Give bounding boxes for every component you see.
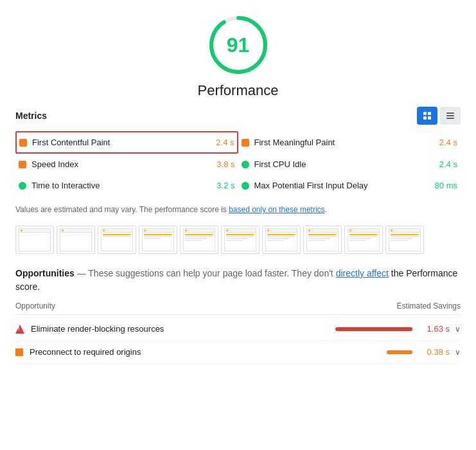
metrics-header: Metrics bbox=[15, 107, 461, 125]
metric-name-fcp: First Contentful Paint bbox=[32, 138, 211, 147]
filmstrip-frame-3 bbox=[98, 226, 136, 254]
metric-dot-si bbox=[19, 161, 26, 168]
opportunity-savings-2: 0.38 s bbox=[418, 347, 450, 357]
metric-dot-fmp bbox=[242, 139, 249, 147]
metric-value-tti: 3.2 s bbox=[216, 181, 234, 190]
metric-name-tti: Time to Interactive bbox=[31, 181, 211, 190]
svg-rect-7 bbox=[446, 115, 454, 116]
chevron-down-icon-2: ∨ bbox=[455, 348, 461, 357]
svg-rect-6 bbox=[446, 113, 454, 114]
score-section: 91 Performance bbox=[15, 13, 461, 99]
svg-rect-4 bbox=[423, 116, 427, 120]
metric-first-cpu-idle: First CPU Idle 2.4 s bbox=[238, 154, 461, 175]
opportunities-title: Opportunities bbox=[15, 268, 75, 278]
opportunity-name-2: Preconnect to required origins bbox=[30, 347, 380, 357]
filmstrip-frame-5 bbox=[180, 226, 218, 254]
opportunity-column-headers: Opportunity Estimated Savings bbox=[15, 298, 461, 315]
view-toggle bbox=[417, 107, 461, 125]
savings-col-header: Estimated Savings bbox=[397, 302, 461, 310]
opportunity-preconnect-origins[interactable]: Preconnect to required origins 0.38 s ∨ bbox=[15, 341, 461, 364]
opportunities-header: Opportunities — These suggestions can he… bbox=[15, 267, 461, 294]
metrics-title: Metrics bbox=[15, 111, 47, 121]
opportunity-bar-area-1: 1.63 s ∨ bbox=[335, 324, 461, 334]
metric-time-to-interactive: Time to Interactive 3.2 s bbox=[15, 175, 238, 196]
directly-affect-link[interactable]: directly affect bbox=[336, 268, 389, 278]
opportunity-eliminate-render-blocking[interactable]: ! Eliminate render-blocking resources 1.… bbox=[15, 318, 461, 341]
opportunity-bar-area-2: 0.38 s ∨ bbox=[387, 347, 461, 357]
metric-dot-tti bbox=[19, 182, 26, 190]
filmstrip bbox=[15, 226, 461, 254]
metric-value-si: 3.8 s bbox=[216, 159, 234, 169]
svg-rect-3 bbox=[428, 112, 431, 115]
metric-max-potential-fid: Max Potential First Input Delay 80 ms bbox=[238, 175, 461, 196]
score-value: 91 bbox=[227, 33, 250, 57]
metric-value-mpfid: 80 ms bbox=[435, 181, 457, 190]
metrics-grid: First Contentful Paint 2.4 s First Meani… bbox=[15, 131, 461, 196]
chevron-down-icon-1: ∨ bbox=[455, 325, 461, 334]
opportunity-bar-2 bbox=[387, 350, 412, 354]
filmstrip-frame-2 bbox=[57, 226, 95, 254]
opportunity-savings-1: 1.63 s bbox=[418, 324, 450, 334]
filmstrip-frame-7 bbox=[262, 226, 301, 254]
metrics-link[interactable]: based only on these metrics bbox=[229, 205, 324, 214]
performance-label: Performance bbox=[198, 82, 279, 99]
filmstrip-frame-8 bbox=[303, 226, 342, 254]
metric-speed-index: Speed Index 3.8 s bbox=[15, 154, 238, 175]
metric-first-meaningful-paint: First Meaningful Paint 2.4 s bbox=[238, 131, 461, 154]
filmstrip-frame-6 bbox=[221, 226, 260, 254]
grid-view-button[interactable] bbox=[417, 107, 437, 125]
metric-dot-fci bbox=[242, 161, 249, 168]
warning-triangle-icon: ! bbox=[15, 325, 24, 334]
metric-value-fci: 2.4 s bbox=[439, 159, 457, 169]
square-orange-icon bbox=[15, 348, 23, 356]
metric-name-si: Speed Index bbox=[31, 159, 211, 169]
opportunity-col-header: Opportunity bbox=[15, 302, 55, 310]
svg-rect-5 bbox=[428, 116, 431, 120]
metric-value-fcp: 2.4 s bbox=[216, 138, 234, 147]
metric-value-fmp: 2.4 s bbox=[439, 138, 457, 147]
metric-dot-mpfid bbox=[242, 182, 249, 190]
score-circle: 91 bbox=[206, 13, 270, 77]
opportunities-description: — These suggestions can help your page l… bbox=[75, 268, 336, 278]
filmstrip-frame-4 bbox=[139, 226, 177, 254]
filmstrip-frame-9 bbox=[344, 226, 383, 254]
metric-name-fci: First CPU Idle bbox=[254, 159, 434, 169]
filmstrip-frame-10 bbox=[385, 226, 424, 254]
filmstrip-frame-1 bbox=[15, 226, 54, 254]
opportunity-name-1: Eliminate render-blocking resources bbox=[31, 324, 329, 334]
svg-rect-2 bbox=[423, 112, 427, 115]
disclaimer: Values are estimated and may vary. The p… bbox=[15, 204, 461, 215]
metric-first-contentful-paint: First Contentful Paint 2.4 s bbox=[15, 131, 238, 154]
svg-rect-8 bbox=[446, 118, 454, 119]
metric-dot-fcp bbox=[19, 139, 27, 147]
metric-name-mpfid: Max Potential First Input Delay bbox=[254, 181, 430, 190]
list-view-button[interactable] bbox=[440, 107, 461, 125]
opportunity-bar-1 bbox=[335, 327, 412, 331]
metric-name-fmp: First Meaningful Paint bbox=[254, 138, 434, 147]
